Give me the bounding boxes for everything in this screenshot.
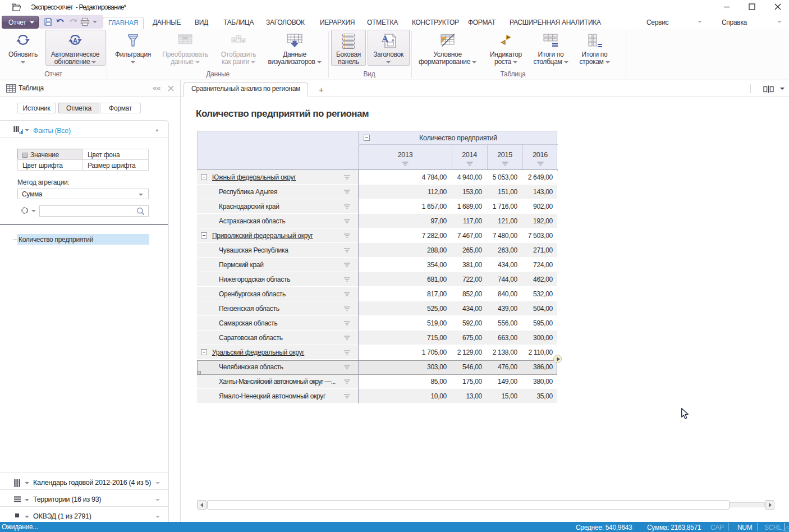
svg-text:A: A — [73, 37, 77, 44]
svg-text:A: A — [382, 34, 389, 44]
